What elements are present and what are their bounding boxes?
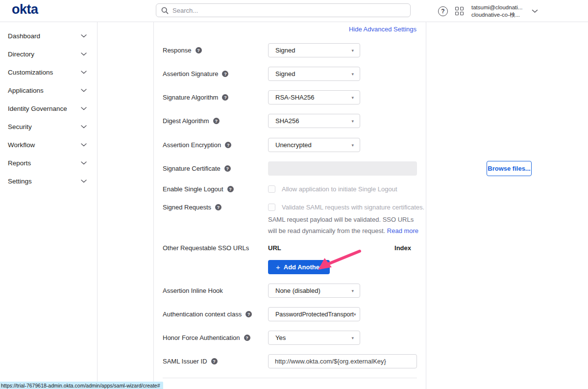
authentication-context-class-select[interactable]: PasswordProtectedTransport ▾ — [268, 307, 360, 321]
help-icon[interactable]: ? — [222, 94, 228, 101]
signed-requests-label: Signed Requests ? — [163, 204, 221, 211]
search-input[interactable] — [172, 7, 405, 14]
sidebar-item-identity-governance[interactable]: Identity Governance — [0, 100, 97, 118]
caret-down-icon: ▾ — [354, 312, 356, 317]
authentication-context-class-label: Authentication context class ? — [163, 311, 252, 318]
chevron-down-icon[interactable] — [532, 9, 538, 13]
chevron-down-icon — [81, 71, 87, 74]
enable-single-logout-checkbox[interactable] — [268, 185, 275, 193]
chevron-down-icon — [81, 180, 87, 183]
honor-force-authentication-select[interactable]: Yes ▾ — [268, 331, 360, 345]
signed-requests-note: SAML request payload will be validated. … — [268, 214, 420, 236]
assertion-signature-select[interactable]: Signed ▾ — [268, 67, 360, 81]
help-icon[interactable]: ? — [244, 335, 250, 341]
signature-certificate-label: Signature Certificate ? — [163, 165, 231, 172]
enable-single-logout-label: Enable Single Logout ? — [163, 185, 234, 193]
response-select[interactable]: Signed ▾ — [268, 43, 360, 57]
help-icon[interactable]: ? — [222, 71, 228, 77]
caret-down-icon: ▾ — [351, 288, 354, 293]
other-sso-urls-label: Other Requestable SSO URLs — [163, 244, 249, 252]
sidebar-item-customizations[interactable]: Customizations — [0, 63, 97, 81]
chevron-down-icon — [81, 89, 87, 92]
sidebar-nav: Dashboard Directory Customizations Appli… — [0, 22, 98, 389]
search-icon — [161, 7, 169, 14]
caret-down-icon: ▾ — [351, 336, 354, 340]
assertion-inline-hook-select[interactable]: None (disabled) ▾ — [268, 284, 360, 298]
plus-icon: + — [276, 263, 280, 271]
chevron-down-icon — [81, 143, 87, 147]
read-more-link[interactable]: Read more — [387, 227, 418, 234]
help-icon[interactable]: ? — [213, 118, 220, 124]
browser-status-url: https://trial-7679618-admin.okta.com/adm… — [0, 382, 163, 389]
assertion-encryption-select[interactable]: Unencrypted ▾ — [268, 138, 360, 152]
sidebar-item-applications[interactable]: Applications — [0, 81, 97, 100]
sidebar-item-settings[interactable]: Settings — [0, 172, 97, 190]
url-column-header: URL — [268, 244, 281, 252]
sidebar-item-workflow[interactable]: Workflow — [0, 136, 97, 154]
okta-logo[interactable]: okta — [12, 2, 38, 17]
assertion-encryption-label: Assertion Encryption ? — [163, 141, 231, 149]
chevron-down-icon — [81, 161, 87, 165]
signature-algorithm-select[interactable]: RSA-SHA256 ▾ — [268, 90, 360, 104]
sidebar-item-reports[interactable]: Reports — [0, 154, 97, 172]
assertion-inline-hook-label: Assertion Inline Hook — [163, 287, 223, 294]
hide-advanced-settings-link[interactable]: Hide Advanced Settings — [349, 26, 416, 33]
chevron-down-icon — [81, 34, 87, 38]
account-org: cloudnative-co-検... — [471, 11, 522, 19]
sidebar-item-security[interactable]: Security — [0, 118, 97, 136]
signed-requests-checkbox-label: Validate SAML requests with signature ce… — [282, 204, 424, 211]
help-icon[interactable]: ? — [196, 47, 202, 53]
saml-issuer-id-input[interactable] — [268, 354, 417, 368]
index-column-header: Index — [394, 244, 411, 252]
account-email: tatsumi@cloudnati... — [471, 4, 522, 11]
signature-certificate-upload-field[interactable]: Browse files... — [268, 161, 417, 176]
section-divider — [163, 378, 417, 378]
account-menu[interactable]: tatsumi@cloudnati... cloudnative-co-検... — [471, 4, 522, 19]
enable-single-logout-row: Allow application to initiate Single Log… — [268, 185, 397, 193]
help-icon[interactable]: ? — [227, 186, 234, 192]
chevron-down-icon — [81, 125, 87, 129]
signed-requests-row: Validate SAML requests with signature ce… — [268, 204, 424, 211]
response-label: Response ? — [163, 47, 202, 54]
add-another-button[interactable]: + Add Another — [268, 260, 330, 274]
assertion-signature-label: Assertion Signature ? — [163, 70, 228, 78]
caret-down-icon: ▾ — [351, 48, 354, 53]
top-header: okta ? tatsumi@cloudnati... cloudnative-… — [0, 0, 588, 22]
digest-algorithm-select[interactable]: SHA256 ▾ — [268, 114, 360, 128]
signature-algorithm-label: Signature Algorithm ? — [163, 94, 228, 101]
help-icon[interactable]: ? — [215, 204, 221, 210]
help-icon[interactable]: ? — [225, 142, 231, 148]
help-icon[interactable]: ? — [224, 165, 231, 172]
signed-requests-checkbox[interactable] — [268, 204, 275, 211]
chevron-down-icon — [81, 52, 87, 56]
global-search[interactable] — [156, 3, 411, 17]
sidebar-item-dashboard[interactable]: Dashboard — [0, 27, 97, 45]
help-icon[interactable]: ? — [438, 6, 448, 16]
browse-files-button[interactable]: Browse files... — [487, 161, 532, 176]
caret-down-icon: ▾ — [351, 72, 354, 77]
app-switcher-icon[interactable] — [455, 7, 464, 16]
caret-down-icon: ▾ — [351, 95, 354, 100]
help-icon[interactable]: ? — [211, 358, 218, 364]
digest-algorithm-label: Digest Algorithm ? — [163, 117, 220, 125]
saml-issuer-id-label: SAML Issuer ID ? — [163, 358, 218, 365]
sidebar-item-directory[interactable]: Directory — [0, 45, 97, 63]
chevron-down-icon — [81, 107, 87, 110]
caret-down-icon: ▾ — [351, 119, 354, 124]
caret-down-icon: ▾ — [351, 143, 354, 148]
help-icon[interactable]: ? — [245, 311, 252, 317]
enable-single-logout-checkbox-label: Allow application to initiate Single Log… — [282, 185, 397, 193]
saml-advanced-settings-panel: Hide Advanced Settings Response ? Signed… — [153, 22, 426, 389]
honor-force-authentication-label: Honor Force Authentication ? — [163, 334, 250, 341]
